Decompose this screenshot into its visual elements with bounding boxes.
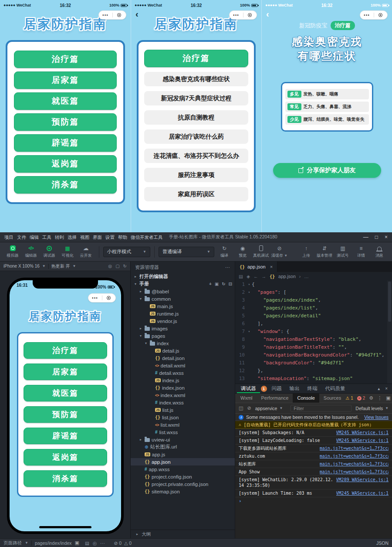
menu-item[interactable]: 工具: [41, 232, 53, 242]
grid-icon[interactable]: ▤: [85, 540, 89, 546]
nav-button[interactable]: 预防篇: [24, 406, 107, 423]
menu-item[interactable]: 项目: [3, 232, 15, 242]
more-icon[interactable]: •••: [99, 13, 112, 17]
log-levels-select[interactable]: Default levels▼: [355, 406, 389, 411]
toolbar-item-test-account[interactable]: ▥测试号: [334, 245, 352, 258]
toolbar-item-compile[interactable]: ↻编译: [215, 245, 233, 258]
mode-select[interactable]: 小程序模式▼: [103, 247, 150, 257]
wechat-capsule[interactable]: •••: [98, 10, 126, 20]
share-button[interactable]: 分享保护家人朋友: [273, 163, 381, 178]
menu-item[interactable]: 文件: [15, 232, 28, 242]
panel-tab-输出[interactable]: 输出: [286, 384, 304, 393]
console-prompt[interactable]: ›: [235, 497, 392, 505]
fold-icon[interactable]: ▾: [247, 289, 252, 296]
tree-item[interactable]: ⊕站长图库.url: [131, 443, 235, 451]
more-icon[interactable]: ⋯: [225, 265, 230, 270]
menu-item[interactable]: 编辑: [28, 232, 41, 242]
devtools-tab-sources[interactable]: Sources: [319, 394, 345, 403]
tree-item[interactable]: ▸images: [131, 325, 235, 332]
close-icon[interactable]: ×: [385, 234, 388, 240]
tree-item[interactable]: JSdetail.js: [131, 347, 235, 354]
breadcrumb-file[interactable]: app.json: [278, 274, 296, 279]
toolbar-item-messages[interactable]: 消息: [370, 245, 389, 258]
power-icon[interactable]: ◎: [108, 264, 112, 268]
fold-icon[interactable]: ▾: [247, 328, 252, 336]
forward-icon[interactable]: →: [262, 274, 267, 279]
kebab-menu-icon[interactable]: ⋮: [377, 395, 382, 401]
settings-gear-icon[interactable]: ⚙: [369, 395, 373, 401]
hot-reload-toggle[interactable]: 热更新 开: [51, 263, 70, 269]
code-area[interactable]: 1▾{2▾ "pages": [3 "pages/index/index",4 …: [235, 281, 392, 384]
wechat-capsule[interactable]: •••: [229, 10, 257, 20]
back-icon[interactable]: ‹: [266, 10, 269, 18]
nav-button[interactable]: 辟谣篇: [14, 134, 117, 152]
collapse-icon[interactable]: ⊟: [229, 282, 232, 286]
category-button[interactable]: 治疗篇: [144, 50, 248, 67]
tree-item[interactable]: JSlist.js: [131, 406, 235, 414]
toolbar-item-cloud-dev[interactable]: ☁云开发: [77, 245, 95, 258]
new-file-icon[interactable]: +: [209, 282, 212, 286]
toolbar-item-upload[interactable]: ↑上传: [297, 245, 315, 258]
list-item[interactable]: 服药注意事项: [144, 168, 248, 182]
close-tab-icon[interactable]: ×: [270, 264, 273, 269]
nav-button[interactable]: 返岗篇: [24, 449, 107, 465]
fold-icon[interactable]: ▾: [247, 281, 252, 289]
nav-button[interactable]: 居家篇: [24, 364, 107, 380]
tree-item[interactable]: JSmain.js: [131, 302, 235, 310]
toolbar-item-debugger[interactable]: 调试器: [40, 245, 58, 258]
tree-item[interactable]: ▾pages: [131, 332, 235, 340]
nav-button[interactable]: 就医篇: [24, 385, 107, 401]
tree-item[interactable]: ▸uview-ui: [131, 436, 235, 443]
tree-item[interactable]: {}list.json: [131, 414, 235, 421]
wechat-capsule[interactable]: •••: [360, 10, 388, 20]
panel-tab-代码质量[interactable]: 代码质量: [321, 384, 349, 393]
menu-item[interactable]: 帮助: [116, 232, 129, 242]
toolbar-item-clear-cache[interactable]: ⊘清缓存 ▼: [270, 245, 289, 258]
source-link[interactable]: main.js?t=wechat&s=1…7f3ccaa647367a8a:25: [320, 469, 389, 475]
tree-item[interactable]: #detail.wxss: [131, 369, 235, 377]
tree-item[interactable]: JSvendor.js: [131, 317, 235, 325]
wechat-capsule[interactable]: •••: [88, 293, 116, 302]
source-link[interactable]: main.js?t=wechat&s=1…7f3ccaa647367a8a:22: [320, 461, 389, 467]
page-path-select[interactable]: 页面路径: [3, 540, 22, 546]
list-item[interactable]: 居家治疗该吃什么药: [144, 129, 248, 144]
nav-button[interactable]: 就医篇: [14, 92, 117, 110]
list-item[interactable]: 连花清瘟、布洛芬买不到怎么办: [144, 149, 248, 163]
tab-app-json[interactable]: {} app.json ×: [235, 262, 277, 272]
nav-button[interactable]: 辟谣篇: [24, 428, 107, 444]
collapse-icon[interactable]: ▴: [378, 386, 380, 391]
back-icon[interactable]: ‹: [135, 10, 139, 18]
source-link[interactable]: main.js?t=wechat&s=1…7f3ccaa647367a8a:22: [320, 453, 389, 459]
tree-item[interactable]: ▸打开的编辑器: [131, 273, 235, 280]
console-sidebar-toggle-icon[interactable]: ◫: [239, 405, 243, 411]
capsule-home-icon[interactable]: [102, 296, 116, 300]
devtools-tab-performance[interactable]: Performance: [257, 394, 293, 403]
device-select[interactable]: iPhone X 100% 16: [3, 264, 40, 268]
new-folder-icon[interactable]: ▣: [215, 282, 219, 286]
copy-path-icon[interactable]: ▣: [75, 540, 79, 546]
menu-item[interactable]: 选择: [66, 232, 78, 242]
tree-item[interactable]: {}index.json: [131, 384, 235, 391]
back-icon[interactable]: ←: [253, 274, 258, 279]
menu-item[interactable]: 视图: [78, 232, 91, 242]
source-link[interactable]: VM289 WAService.js:1: [336, 477, 389, 488]
tree-item[interactable]: {}app.json: [131, 458, 235, 465]
list-item[interactable]: 感染奥密克戎有哪些症状: [144, 72, 248, 86]
toolbar-item-visualizer[interactable]: ▦可视化: [58, 245, 77, 258]
toolbar-item-editor[interactable]: </>编辑器: [22, 245, 40, 258]
outline-section[interactable]: ▸ 大纲: [131, 530, 235, 538]
tree-item[interactable]: {}sitemap.json: [131, 488, 235, 495]
tree-item[interactable]: #index.wxss: [131, 399, 235, 406]
screenshot-icon[interactable]: ▢: [115, 264, 119, 268]
nav-button[interactable]: 返岗篇: [14, 155, 117, 173]
tree-item[interactable]: <>list.wxml: [131, 421, 235, 428]
source-link[interactable]: VM245 WAService.js:1: [336, 438, 389, 443]
capsule-home-icon[interactable]: [113, 13, 126, 17]
bookmark-icon[interactable]: ◈: [247, 274, 250, 279]
close-icon[interactable]: ×: [385, 386, 388, 391]
source-link[interactable]: VM245 WAService.js:1: [336, 430, 389, 435]
warning-count-badge[interactable]: ⚠1: [345, 396, 353, 401]
panel-tab-终端[interactable]: 终端: [304, 384, 321, 393]
menu-item[interactable]: 设置: [104, 232, 116, 242]
file-type-indicator[interactable]: JSON: [376, 540, 389, 546]
